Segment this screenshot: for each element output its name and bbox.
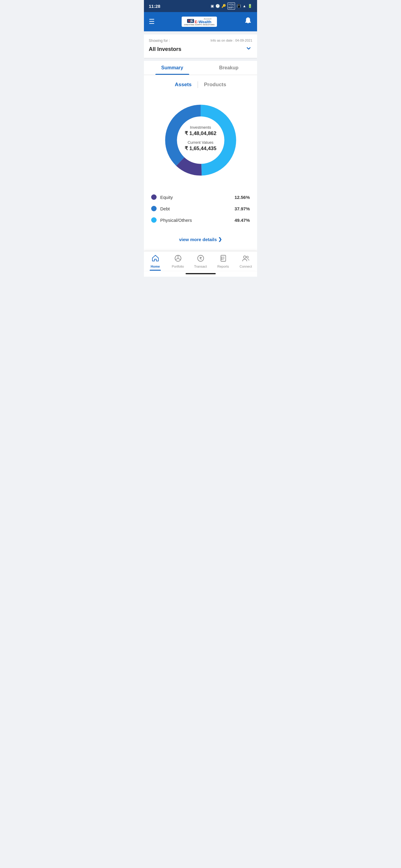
hamburger-menu-button[interactable]: ☰: [149, 18, 155, 26]
svg-point-10: [221, 259, 222, 260]
legend-item-debt: Debt 37.97%: [151, 203, 250, 214]
main-tabs: Summary Breakup: [144, 61, 257, 75]
nav-reports-label: Reports: [217, 265, 229, 268]
app-header: ☰ N|E Account E-Wealth CREATING HAPPY IN…: [144, 12, 257, 31]
nav-transact-label: Transact: [194, 265, 207, 268]
wifi-icon: YOUWiFi: [228, 2, 235, 10]
svg-point-12: [247, 256, 248, 258]
sub-tabs-row: Assets Products: [144, 75, 257, 92]
reports-icon: [219, 254, 227, 264]
status-time: 11:28: [149, 4, 160, 9]
logo-tagline: CREATING HAPPY INVESTORS: [184, 24, 214, 26]
legend-value-debt: 37.97%: [234, 206, 250, 211]
nav-portfolio[interactable]: Portfolio: [167, 251, 189, 271]
portfolio-icon: [174, 254, 182, 264]
bottom-navigation: Home Portfolio ₹ Transact: [144, 251, 257, 271]
info-as-on-date: Info as on date : 04-09-2021: [210, 38, 252, 43]
investor-name-row[interactable]: All Investors: [149, 44, 252, 54]
notification-bell-button[interactable]: [244, 17, 252, 27]
view-more-label: view more details: [179, 237, 217, 242]
alarm-icon: 🕐: [216, 4, 220, 8]
legend-dot-debt: [151, 206, 156, 211]
view-more-link[interactable]: view more details ❯: [144, 237, 257, 242]
current-values-value: ₹ 1,65,44,435: [185, 145, 217, 152]
svg-point-11: [244, 256, 246, 258]
logo-nj-badge: N|E: [187, 19, 194, 23]
legend-item-physical: Physical/Others 49.47%: [151, 214, 250, 226]
nav-home[interactable]: Home: [144, 251, 167, 271]
home-icon: [151, 254, 159, 264]
investor-name: All Investors: [149, 46, 181, 53]
donut-chart-container: Investments ₹ 1,48,04,862 Current Values…: [144, 92, 257, 188]
battery-icon: 🔋: [248, 4, 252, 8]
current-values-label: Current Values: [185, 140, 217, 145]
investor-selector-panel: Showing for : Info as on date : 04-09-20…: [144, 34, 257, 58]
legend-label-debt: Debt: [160, 206, 170, 211]
logo-top-row: N|E Account E-Wealth: [187, 18, 211, 24]
chart-legend: Equity 12.56% Debt 37.97% Physical/Other…: [144, 188, 257, 232]
connect-icon: [242, 254, 250, 264]
logo-ewealth-text: E-Wealth: [195, 20, 211, 24]
legend-dot-equity: [151, 194, 156, 200]
showing-for-label: Showing for :: [149, 38, 170, 43]
view-more-section[interactable]: view more details ❯: [144, 232, 257, 245]
nav-transact[interactable]: ₹ Transact: [189, 251, 212, 271]
svg-point-8: [221, 257, 222, 258]
status-bar: 11:28 ▣ 🕐 🔑 YOUWiFi 📳 ▲ 🔋: [144, 0, 257, 12]
signal-icon: ▲: [242, 4, 246, 8]
sub-tab-assets[interactable]: Assets: [169, 80, 198, 90]
legend-label-physical: Physical/Others: [160, 218, 192, 223]
legend-dot-physical: [151, 217, 156, 223]
nav-connect-label: Connect: [239, 265, 252, 268]
home-indicator-bar: [185, 273, 216, 274]
legend-item-equity: Equity 12.56%: [151, 191, 250, 203]
svg-text:₹: ₹: [199, 256, 202, 261]
nav-connect[interactable]: Connect: [234, 251, 257, 271]
sim-icon: ▣: [210, 4, 214, 8]
investments-label: Investments: [185, 125, 217, 130]
nav-reports[interactable]: Reports: [212, 251, 234, 271]
view-more-arrow: ❯: [218, 237, 222, 242]
sub-tab-products[interactable]: Products: [198, 80, 232, 90]
vibrate-icon: 📳: [236, 4, 241, 8]
app-logo: N|E Account E-Wealth CREATING HAPPY INVE…: [182, 17, 217, 27]
main-content-panel: Assets Products: [144, 75, 257, 251]
tab-breakup[interactable]: Breakup: [201, 61, 257, 75]
svg-point-9: [221, 258, 222, 259]
nav-home-label: Home: [150, 265, 160, 268]
key-icon: 🔑: [222, 4, 226, 8]
investor-dropdown-chevron[interactable]: [245, 44, 252, 54]
investments-value: ₹ 1,48,04,862: [185, 130, 217, 136]
legend-value-physical: 49.47%: [234, 218, 250, 223]
legend-value-equity: 12.56%: [234, 195, 250, 200]
transact-icon: ₹: [197, 254, 205, 264]
status-icons: ▣ 🕐 🔑 YOUWiFi 📳 ▲ 🔋: [210, 2, 252, 10]
bottom-indicator: [144, 271, 257, 277]
chart-center-text: Investments ₹ 1,48,04,862 Current Values…: [185, 125, 217, 155]
nav-portfolio-label: Portfolio: [172, 265, 184, 268]
tab-summary[interactable]: Summary: [144, 61, 201, 75]
legend-label-equity: Equity: [160, 195, 173, 200]
showing-for-row: Showing for : Info as on date : 04-09-20…: [149, 38, 252, 43]
